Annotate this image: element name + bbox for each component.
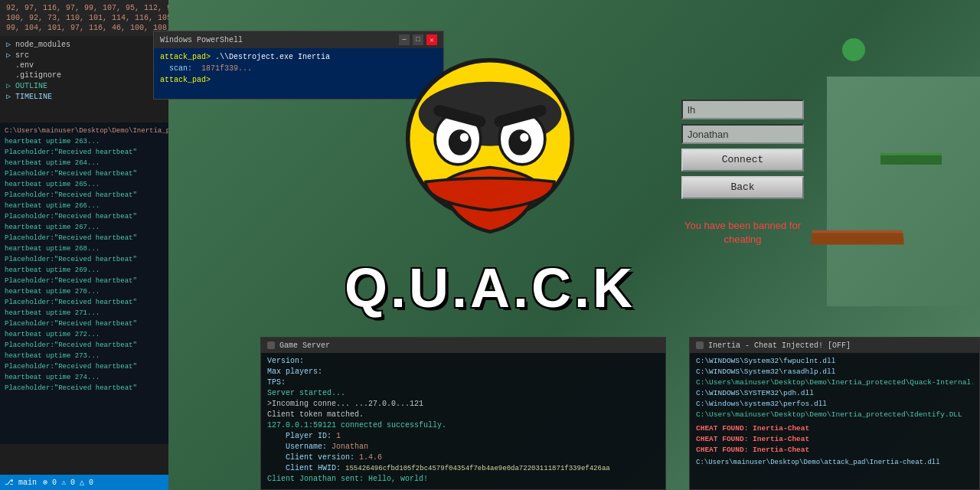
heartbeat-placeholder-273: Placeholder:"Received heartbeat" xyxy=(5,361,164,372)
heartbeat-270: heartbeat uptime 270... xyxy=(5,286,164,297)
timeline-section[interactable]: ▷ TIMELINE xyxy=(0,91,168,102)
attack-pad-path: C:\Users\mainuser\Desktop\Demo\attack_pa… xyxy=(696,457,973,468)
ps-line-1: attack_pad> .\\Destroject.exe Inertia xyxy=(160,51,437,63)
cheat-found-2: CHEAT FOUND: Inertia-Cheat xyxy=(696,434,973,445)
heartbeat-264: heartbeat uptime 264... xyxy=(5,158,164,168)
powershell-title: Windows PowerShell xyxy=(160,36,243,44)
back-button[interactable]: Back xyxy=(681,176,804,199)
gs-client-message: Client Jonathan sent: Hello, world! xyxy=(267,474,659,485)
heartbeat-274: heartbeat uptime 274... xyxy=(5,372,164,383)
outline-section[interactable]: ▷ OUTLINE xyxy=(0,80,168,91)
heartbeat-placeholder-272: Placeholder:"Received heartbeat" xyxy=(5,340,164,351)
heartbeat-terminal: C:\Users\mainuser\Desktop\Demo\Inertia_p… xyxy=(0,122,168,444)
game-server-title: Game Server xyxy=(279,341,330,350)
code-line-1: 92, 97, 116, 97, 99, 107, 95, 112, 97, xyxy=(0,3,168,13)
dll-line-3: C:\Users\mainuser\Desktop\Demo\Inertia_p… xyxy=(696,377,973,388)
dll-line-5: C:\Windows\system32\perfos.dll xyxy=(696,399,973,410)
game-wall xyxy=(827,77,980,306)
cheat-terminal-icon xyxy=(696,341,704,349)
game-server-content: Version: Max players: TPS: Server starte… xyxy=(261,353,665,488)
terminal-icon xyxy=(267,341,275,349)
vscode-status-bar: ⎇ main ⊗ 0 ⚠ 0 △ 0 xyxy=(0,475,168,490)
code-line-3: 99, 104, 101, 97, 116, 46, 100, 108, 108 xyxy=(0,23,168,33)
heartbeat-placeholder-268: Placeholder:"Received heartbeat" xyxy=(5,254,164,265)
connect-button[interactable]: Connect xyxy=(681,149,804,172)
maximize-button[interactable]: □ xyxy=(413,34,423,45)
file-gitignore[interactable]: .gitignore xyxy=(0,70,168,80)
ps-line-2: scan: 1871f339... xyxy=(160,63,437,74)
heartbeat-268: heartbeat uptime 268... xyxy=(5,243,164,254)
gs-incoming: >Incoming conne... ...27.0.0...121 xyxy=(267,399,659,410)
code-line-2: 100, 92, 73, 110, 101, 114, 116, 105, 97… xyxy=(0,13,168,23)
heartbeat-265: heartbeat uptime 265... xyxy=(5,179,164,190)
client-message-text: Client Jonathan sent: Hello, world! xyxy=(267,475,428,483)
dll-line-6: C:\Users\mainuser\Desktop\Demo\Inertia_p… xyxy=(696,410,973,420)
folder-src[interactable]: ▷ src xyxy=(0,50,168,60)
game-platform-2 xyxy=(880,153,942,165)
git-branch: ⎇ main xyxy=(5,478,37,487)
gs-hwid: Client HWID: 155426496cfbd105f2bc4579f04… xyxy=(267,463,659,474)
close-button[interactable]: ✕ xyxy=(426,34,437,45)
cheat-terminal-content: C:\WINDOWS\System32\fwpuclnt.dll C:\WIND… xyxy=(690,353,979,471)
heartbeat-placeholder-271: Placeholder:"Received heartbeat" xyxy=(5,318,164,329)
version-label: Version: xyxy=(267,357,304,365)
heartbeat-placeholder-269: Placeholder:"Received heartbeat" xyxy=(5,276,164,286)
dll-line-2: C:\WINDOWS\System32\rasadhlp.dll xyxy=(696,367,973,377)
incoming-conn-text: >Incoming conne... ...27.0.0...121 xyxy=(267,400,423,408)
file-env[interactable]: .env xyxy=(0,60,168,70)
username-value: Jonathan xyxy=(332,443,368,451)
heartbeat-267: heartbeat uptime 267... xyxy=(5,222,164,233)
game-server-terminal: Game Server Version: Max players: TPS: S… xyxy=(260,337,666,490)
client-version-value: 1.4.6 xyxy=(359,453,382,462)
heartbeat-272: heartbeat uptime 272... xyxy=(5,329,164,340)
dll-line-4: C:\WINDOWS\SYSTEM32\pdh.dll xyxy=(696,388,973,399)
terminal-path: C:\Users\mainuser\Desktop\Demo\Inertia_p… xyxy=(5,126,164,136)
heartbeat-placeholder-265: Placeholder:"Received heartbeat" xyxy=(5,190,164,201)
heartbeat-placeholder-270: Placeholder:"Received heartbeat" xyxy=(5,297,164,308)
dll-line-1: C:\WINDOWS\System32\fwpuclnt.dll xyxy=(696,356,973,367)
ps-prompt-2: attack_pad> xyxy=(160,76,211,84)
server-started-text: Server started... xyxy=(267,389,345,397)
gs-max-players: Max players: xyxy=(267,367,659,377)
tps-label: TPS: xyxy=(267,378,286,387)
cheat-found-section: CHEAT FOUND: Inertia-Cheat CHEAT FOUND: … xyxy=(696,423,973,456)
game-platform-1 xyxy=(811,230,904,245)
powershell-window: Windows PowerShell — □ ✕ attack_pad> .\\… xyxy=(153,31,444,100)
heartbeat-placeholder-267: Placeholder:"Received heartbeat" xyxy=(5,233,164,243)
error-count: ⊗ 0 ⚠ 0 △ 0 xyxy=(43,478,93,487)
game-login-panel: Connect Back You have been banned forche… xyxy=(681,100,804,247)
heartbeat-placeholder-263: Placeholder:"Received heartbeat" xyxy=(5,147,164,158)
game-decoration xyxy=(842,38,865,61)
minimize-button[interactable]: — xyxy=(399,34,410,45)
heartbeat-placeholder-264: Placeholder:"Received heartbeat" xyxy=(5,168,164,179)
player-id-value: 1 xyxy=(336,432,341,440)
ps-cmd-1: .\\Destroject.exe Inertia xyxy=(215,53,330,61)
gs-version: Version: xyxy=(267,356,659,367)
window-controls: — □ ✕ xyxy=(399,34,437,45)
gs-token: Client token matched. xyxy=(267,410,659,420)
cheat-terminal-titlebar: Inertia - Cheat Injected! [OFF] xyxy=(690,338,979,353)
server-input[interactable] xyxy=(681,100,804,119)
gs-client-version: Client version: 1.4.6 xyxy=(267,452,659,463)
ps-line-3: attack_pad> xyxy=(160,74,437,86)
gs-username: Username: Jonathan xyxy=(267,442,659,452)
game-server-titlebar: Game Server xyxy=(261,338,665,353)
max-players-label: Max players: xyxy=(267,368,322,376)
cheat-terminal-title: Inertia - Cheat Injected! [OFF] xyxy=(708,341,851,350)
hwid-value: 155426496cfbd105f2bc4579f04354f7eb4ae9e0… xyxy=(345,465,610,472)
gs-player-id: Player ID: 1 xyxy=(267,431,659,442)
heartbeat-266: heartbeat uptime 266... xyxy=(5,201,164,211)
ps-prompt-1: attack_pad> xyxy=(160,53,211,61)
cheat-found-3: CHEAT FOUND: Inertia-Cheat xyxy=(696,445,973,456)
gs-tps: TPS: xyxy=(267,377,659,388)
ban-message: You have been banned forcheating xyxy=(681,219,804,247)
username-input[interactable] xyxy=(681,124,804,144)
connection-success-text: 127.0.0.1:59121 connected successfully. xyxy=(267,421,446,430)
heartbeat-placeholder-274: Placeholder:"Received heartbeat" xyxy=(5,383,164,394)
powershell-titlebar: Windows PowerShell — □ ✕ xyxy=(154,31,443,48)
folder-node-modules[interactable]: ▷ node_modules xyxy=(0,39,168,50)
heartbeat-269: heartbeat uptime 269... xyxy=(5,265,164,276)
heartbeat-271: heartbeat uptime 271... xyxy=(5,308,164,318)
token-matched-text: Client token matched. xyxy=(267,410,364,419)
gs-connection-success: 127.0.0.1:59121 connected successfully. xyxy=(267,420,659,431)
